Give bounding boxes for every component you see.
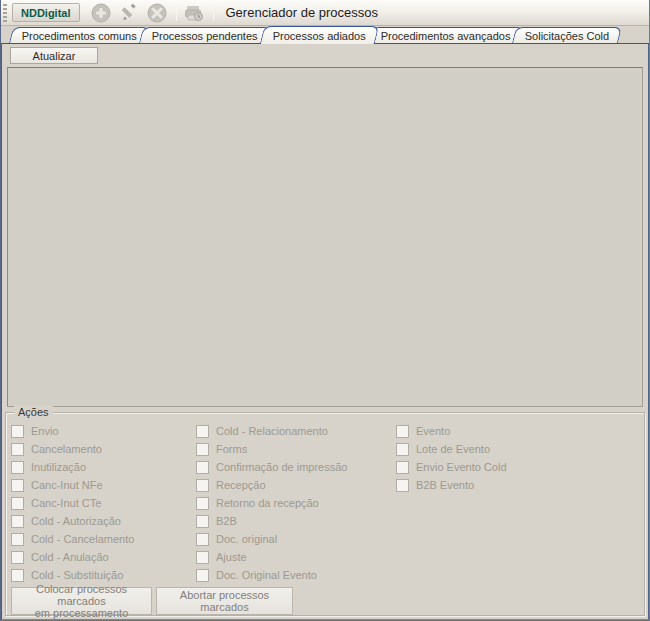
toolbar-separator (176, 5, 177, 21)
checkbox-cold-substituicao[interactable] (11, 569, 24, 582)
checkbox-envio-evento-cold[interactable] (396, 461, 409, 474)
cancel-circle-icon[interactable] (144, 2, 170, 24)
tab-page-processos-adiados: Atualizar Ações EnvioCancelamentoInutili… (1, 44, 649, 620)
action-row-recepcao: Recepção (196, 476, 347, 494)
checkbox-label: Forms (216, 443, 247, 455)
action-row-canc-inut-nfe: Canc-Inut NFe (11, 476, 134, 494)
checkbox-forms[interactable] (196, 443, 209, 456)
checkbox-confirmacao-de-impressao[interactable] (196, 461, 209, 474)
action-row-cancelamento: Cancelamento (11, 440, 134, 458)
nddigital-button[interactable]: NDDigital (12, 3, 80, 22)
checkbox-label: Cancelamento (31, 443, 102, 455)
tab-label: Solicitações Cold (525, 30, 609, 42)
checkbox-canc-inut-cte[interactable] (11, 497, 24, 510)
refresh-button[interactable]: Atualizar (10, 47, 98, 64)
action-row-lote-de-evento: Lote de Evento (396, 440, 507, 458)
tab-label: Procedimentos comuns (22, 30, 137, 42)
checkbox-recepcao[interactable] (196, 479, 209, 492)
checkbox-b2b[interactable] (196, 515, 209, 528)
put-marked-processes-in-processing-button[interactable]: Colocar processos marcadosem processamen… (11, 587, 152, 615)
abort-marked-processes-button[interactable]: Abortar processos marcados (156, 587, 293, 615)
action-row-b2b: B2B (196, 512, 347, 530)
process-list-area[interactable] (7, 67, 643, 407)
checkbox-label: B2B Evento (416, 479, 474, 491)
checkbox-label: Cold - Cancelamento (31, 533, 134, 545)
tab-processos-adiados[interactable]: Processos adiados (260, 26, 379, 44)
action-row-cold-cancelamento: Cold - Cancelamento (11, 530, 134, 548)
tab-processos-pendentes[interactable]: Processos pendentes (139, 27, 271, 43)
action-row-inutilizacao: Inutilização (11, 458, 134, 476)
action-row-b2b-evento: B2B Evento (396, 476, 507, 494)
tab-label: Processos adiados (273, 30, 366, 42)
checkbox-lote-de-evento[interactable] (396, 443, 409, 456)
tab-solicitacoes-cold[interactable]: Solicitações Cold (512, 27, 622, 43)
action-row-doc-original: Doc. original (196, 530, 347, 548)
checkbox-cold-autorizacao[interactable] (11, 515, 24, 528)
checkbox-label: Retorno da recepção (216, 497, 319, 509)
checkbox-label: Envio (31, 425, 59, 437)
action-row-evento: Evento (396, 422, 507, 440)
actions-column-1: EnvioCancelamentoInutilizaçãoCanc-Inut N… (11, 422, 134, 584)
checkbox-label: Confirmação de impressão (216, 461, 347, 473)
checkbox-cold-anulacao[interactable] (11, 551, 24, 564)
checkbox-label: Doc. original (216, 533, 277, 545)
toolbar-separator (213, 5, 214, 21)
actions-groupbox-legend: Ações (14, 406, 53, 418)
checkbox-label: Cold - Autorização (31, 515, 121, 527)
checkbox-doc-original-evento[interactable] (196, 569, 209, 582)
add-circle-icon[interactable] (88, 2, 114, 24)
checkbox-evento[interactable] (396, 425, 409, 438)
action-row-envio-evento-cold: Envio Evento Cold (396, 458, 507, 476)
action-row-cold-anulacao: Cold - Anulação (11, 548, 134, 566)
checkbox-label: Canc-Inut CTe (31, 497, 101, 509)
checkbox-label: Evento (416, 425, 450, 437)
action-row-forms: Forms (196, 440, 347, 458)
checkbox-doc-original[interactable] (196, 533, 209, 546)
tab-procedimentos-avancados[interactable]: Procedimentos avançados (368, 27, 524, 43)
action-row-cold-autorizacao: Cold - Autorização (11, 512, 134, 530)
checkbox-label: Doc. Original Evento (216, 569, 317, 581)
checkbox-label: Cold - Anulação (31, 551, 109, 563)
toolbar-grip-handle[interactable] (3, 4, 7, 22)
toolbar: NDDigital (1, 0, 649, 26)
printer-history-icon[interactable] (181, 2, 207, 24)
checkbox-retorno-da-recepcao[interactable] (196, 497, 209, 510)
checkbox-inutilizacao[interactable] (11, 461, 24, 474)
nddigital-button-label: NDDigital (21, 7, 71, 19)
checkbox-label: Cold - Relacionamento (216, 425, 328, 437)
tab-procedimentos-comuns[interactable]: Procedimentos comuns (9, 27, 150, 43)
checkbox-label: Ajuste (216, 551, 247, 563)
action-row-canc-inut-cte: Canc-Inut CTe (11, 494, 134, 512)
checkbox-cancelamento[interactable] (11, 443, 24, 456)
action-row-retorno-da-recepcao: Retorno da recepção (196, 494, 347, 512)
action-row-confirmacao-de-impressao: Confirmação de impressão (196, 458, 347, 476)
edit-pencil-icon[interactable] (116, 2, 142, 24)
checkbox-b2b-evento[interactable] (396, 479, 409, 492)
actions-column-2: Cold - RelacionamentoFormsConfirmação de… (196, 422, 347, 584)
checkbox-envio[interactable] (11, 425, 24, 438)
checkbox-label: Canc-Inut NFe (31, 479, 103, 491)
checkbox-label: Inutilização (31, 461, 86, 473)
actions-column-3: EventoLote de EventoEnvio Evento ColdB2B… (396, 422, 507, 494)
action-row-envio: Envio (11, 422, 134, 440)
checkbox-label: Cold - Substituição (31, 569, 123, 581)
checkbox-canc-inut-nfe[interactable] (11, 479, 24, 492)
checkbox-cold-cancelamento[interactable] (11, 533, 24, 546)
action-row-cold-substituicao: Cold - Substituição (11, 566, 134, 584)
tab-label: Procedimentos avançados (381, 30, 511, 42)
checkbox-cold-relacionamento[interactable] (196, 425, 209, 438)
checkbox-label: Envio Evento Cold (416, 461, 507, 473)
window-title: Gerenciador de processos (226, 5, 378, 20)
action-row-cold-relacionamento: Cold - Relacionamento (196, 422, 347, 440)
tab-strip: Procedimentos comunsProcessos pendentesP… (1, 26, 649, 44)
action-row-doc-original-evento: Doc. Original Evento (196, 566, 347, 584)
checkbox-label: Recepção (216, 479, 266, 491)
checkbox-label: Lote de Evento (416, 443, 490, 455)
checkbox-ajuste[interactable] (196, 551, 209, 564)
tab-label: Processos pendentes (152, 30, 258, 42)
app-window: NDDigital (0, 0, 650, 621)
action-row-ajuste: Ajuste (196, 548, 347, 566)
actions-groupbox: Ações EnvioCancelamentoInutilizaçãoCanc-… (5, 412, 645, 616)
checkbox-label: B2B (216, 515, 237, 527)
